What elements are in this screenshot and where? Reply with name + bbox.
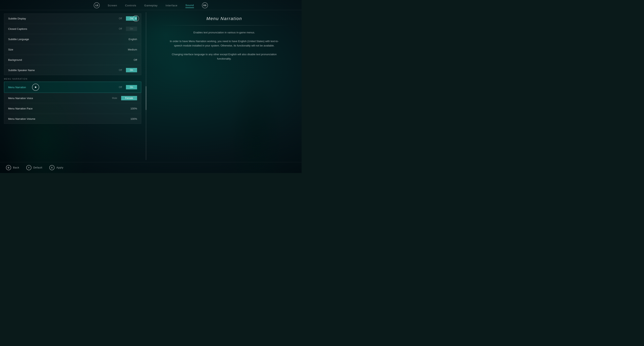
menu-narration-volume-label: Menu Narration Volume xyxy=(8,117,130,120)
info-paragraph-1: Enables text pronunciation in various in… xyxy=(194,30,255,35)
left-panel: Subtitle Display Off On R Closed Caption… xyxy=(0,10,145,162)
setting-subtitle-language[interactable]: Subtitle Language English xyxy=(4,34,141,44)
back-icon: B xyxy=(6,165,11,170)
menu-narration-circle xyxy=(32,84,39,91)
subtitle-speaker-name-on: On xyxy=(126,68,137,72)
menu-narration-pace-label: Menu Narration Pace xyxy=(8,107,130,110)
menu-narration-volume-value: 100% xyxy=(130,117,137,120)
default-button[interactable]: Y Default xyxy=(26,165,42,170)
setting-menu-narration-volume[interactable]: Menu Narration Volume 100% xyxy=(4,114,141,124)
default-icon: Y xyxy=(26,165,32,170)
subtitle-speaker-name-off: Off xyxy=(115,68,126,72)
info-divider xyxy=(159,25,290,25)
scroll-track xyxy=(146,12,146,160)
setting-closed-captions[interactable]: Closed Captions Off On xyxy=(4,24,141,34)
subtitle-display-label: Subtitle Display xyxy=(8,17,115,20)
main-layout: Subtitle Display Off On R Closed Caption… xyxy=(0,10,302,162)
circle-dot xyxy=(35,86,36,88)
setting-background[interactable]: Background Off xyxy=(4,55,141,65)
closed-captions-label: Closed Captions xyxy=(8,27,115,30)
lb-button[interactable]: LB xyxy=(94,2,100,8)
info-title: Menu Narration xyxy=(206,16,242,21)
menu-narration-section-header: MENU NARRATION xyxy=(0,75,145,81)
rb-button[interactable]: RB xyxy=(202,2,208,8)
size-value: Medium xyxy=(128,48,137,51)
closed-captions-toggle[interactable]: Off On xyxy=(115,27,137,31)
setting-menu-narration-voice[interactable]: Menu Narration Voice Male Female xyxy=(4,93,141,103)
subtitle-language-value: English xyxy=(128,38,137,41)
closed-captions-off: Off xyxy=(115,27,126,31)
menu-narration-voice-label: Menu Narration Voice xyxy=(8,97,108,100)
apply-icon: X xyxy=(49,165,54,170)
setting-subtitle-speaker-name[interactable]: Subtitle Speaker Name Off On xyxy=(4,65,141,75)
background-label: Background xyxy=(8,58,134,61)
menu-narration-label: Menu Narration xyxy=(8,86,115,89)
info-paragraph-3: Changing interface language to any other… xyxy=(166,52,282,61)
menu-narration-toggle[interactable]: Off On xyxy=(115,85,137,89)
menu-narration-voice-toggle[interactable]: Male Female xyxy=(108,96,137,100)
setting-menu-narration-pace[interactable]: Menu Narration Pace 100% xyxy=(4,104,141,113)
size-label: Size xyxy=(8,48,128,51)
setting-menu-narration[interactable]: Menu Narration Off On xyxy=(4,82,141,93)
tab-gameplay[interactable]: Gameplay xyxy=(144,3,158,8)
tab-controls[interactable]: Controls xyxy=(125,3,136,8)
tab-sound[interactable]: Sound xyxy=(186,3,194,8)
menu-narration-pace-value: 100% xyxy=(130,107,137,110)
r-circle-button: R xyxy=(133,15,139,22)
tab-screen[interactable]: Screen xyxy=(108,3,117,8)
default-label: Default xyxy=(34,166,42,169)
right-panel: Menu Narration Enables text pronunciatio… xyxy=(147,10,302,162)
setting-size[interactable]: Size Medium xyxy=(4,44,141,54)
back-button[interactable]: B Back xyxy=(6,165,19,170)
menu-narration-off: Off xyxy=(115,85,126,89)
menu-narration-voice-male: Male xyxy=(108,96,121,100)
subtitle-speaker-name-label: Subtitle Speaker Name xyxy=(8,69,115,72)
page-content: LB Screen Controls Gameplay Interface So… xyxy=(0,0,302,173)
tab-interface[interactable]: Interface xyxy=(166,3,178,8)
background-value: Off xyxy=(134,58,137,61)
menu-narration-on: On xyxy=(126,85,137,89)
subtitle-display-off: Off xyxy=(115,16,126,21)
top-navigation: LB Screen Controls Gameplay Interface So… xyxy=(0,0,302,10)
apply-button[interactable]: X Apply xyxy=(49,165,64,170)
back-label: Back xyxy=(13,166,19,169)
scroll-thumb[interactable] xyxy=(146,86,146,110)
menu-narration-voice-female: Female xyxy=(121,96,137,100)
subtitle-speaker-name-toggle[interactable]: Off On xyxy=(115,68,137,72)
apply-label: Apply xyxy=(56,166,64,169)
bottom-bar: B Back Y Default X Apply xyxy=(0,162,302,173)
info-paragraph-2: In order to have Menu Narration working,… xyxy=(166,39,282,48)
setting-subtitle-display[interactable]: Subtitle Display Off On R xyxy=(4,13,141,23)
closed-captions-on: On xyxy=(126,27,137,31)
subtitle-language-label: Subtitle Language xyxy=(8,38,128,41)
